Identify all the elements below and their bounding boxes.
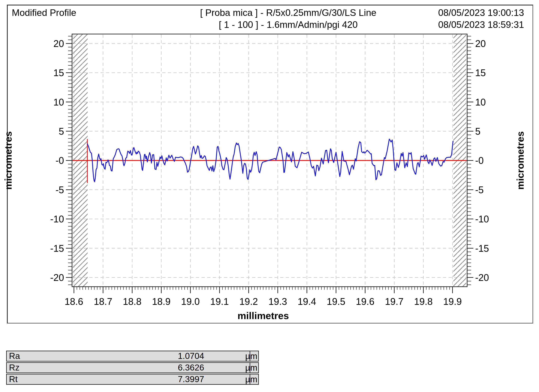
y-tick-label: 20 (53, 38, 64, 49)
y-tick-label: -5 (56, 184, 64, 195)
x-tick-label: 19.1 (210, 296, 229, 307)
x-tick-label: 19.4 (298, 296, 316, 307)
results-table: Ra 1.0704 µm Rz 6.3626 µm Rt 7.3997 µm (6, 351, 259, 385)
profilometer-report: 20201515101055-0-0-5-5-10-10-15-15-20-20… (0, 0, 539, 392)
y-tick-label: -10 (475, 214, 489, 224)
param-name: Ra (9, 351, 20, 361)
y-tick-label: 5 (475, 126, 481, 137)
param-unit: µm (250, 363, 258, 373)
x-tick-label: 18.7 (94, 296, 112, 307)
y-tick-label: -10 (50, 214, 64, 224)
param-value: 6.3626 (133, 363, 250, 373)
y-tick-label: -20 (50, 272, 64, 283)
x-tick-label: 19.3 (269, 296, 287, 307)
table-row: Rz 6.3626 µm (6, 362, 259, 373)
y-tick-label: 10 (53, 97, 64, 108)
table-row: Ra 1.0704 µm (6, 351, 259, 362)
y-tick-label: 20 (475, 38, 486, 49)
y-tick-label: -15 (50, 243, 64, 254)
param-unit: µm (250, 351, 258, 361)
x-tick-label: 18.8 (123, 296, 141, 307)
y-tick-label: 15 (475, 67, 486, 78)
x-axis-title: millimetres (237, 310, 289, 321)
profile-plot: 20201515101055-0-0-5-5-10-10-15-15-20-20… (0, 0, 539, 392)
y-tick-label: 5 (59, 126, 64, 137)
param-name: Rt (9, 374, 18, 384)
x-tick-label: 19.9 (443, 296, 462, 307)
y-tick-label: -5 (475, 184, 484, 195)
y-tick-label: -0 (475, 155, 484, 166)
y-tick-label: -20 (475, 272, 489, 283)
x-tick-label: 19.6 (356, 296, 374, 307)
x-tick-label: 18.6 (65, 296, 83, 307)
timestamp-print: 08/05/2023 19:00:13 (438, 8, 524, 18)
x-tick-label: 19.5 (327, 296, 345, 307)
x-tick-label: 18.9 (152, 296, 170, 307)
param-unit: µm (250, 374, 258, 384)
x-tick-label: 19.0 (181, 296, 200, 307)
y-tick-label: -15 (475, 243, 489, 254)
param-name: Rz (9, 363, 19, 373)
measurement-header-line2: [ 1 - 100 ] - 1.6mm/Admin/pgi 420 (150, 19, 427, 30)
y-tick-label: 15 (53, 67, 64, 78)
table-row: Rt 7.3997 µm (6, 374, 259, 385)
y-tick-label: -0 (56, 155, 64, 166)
x-tick-label: 19.7 (385, 296, 404, 307)
page-title: Modified Profile (12, 8, 76, 18)
timestamp-measure: 08/05/2023 18:59:31 (438, 19, 524, 30)
param-value: 1.0704 (133, 351, 250, 361)
x-tick-label: 19.2 (239, 296, 258, 307)
y-axis-title-left: micrometres (3, 131, 14, 190)
y-tick-label: 10 (475, 97, 486, 108)
param-value: 7.3997 (133, 374, 250, 384)
measurement-header-line1: [ Proba mica ] - R/5x0.25mm/G/30/LS Line (150, 8, 427, 18)
y-axis-title-right: micrometres (515, 131, 526, 190)
x-tick-label: 19.8 (414, 296, 433, 307)
